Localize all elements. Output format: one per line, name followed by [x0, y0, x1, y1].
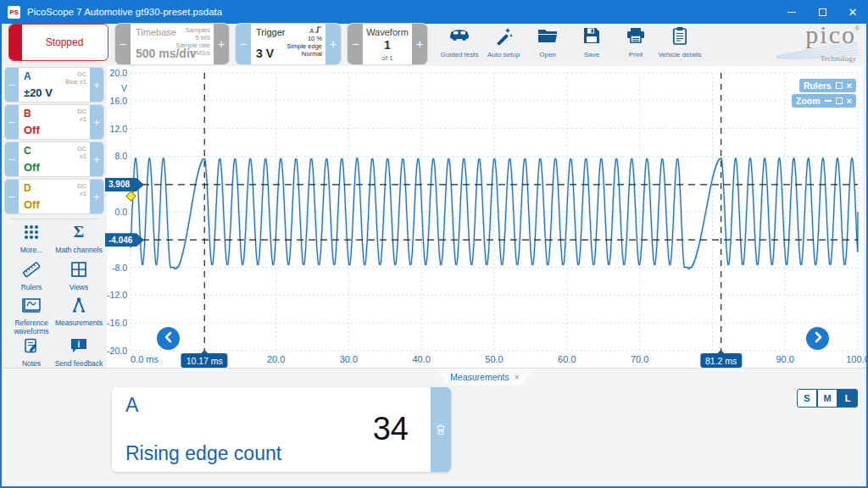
- window-title: PicoScope 7 Automotive gt930-preset.psda…: [27, 7, 776, 17]
- overlay-close-icon[interactable]: ×: [847, 80, 852, 91]
- sidebar-item-math-channels[interactable]: ΣMath channels: [53, 224, 105, 254]
- timebase-decrease-button[interactable]: −: [115, 24, 131, 64]
- panel-size-l-button[interactable]: L: [837, 389, 858, 408]
- calipers-icon: [53, 297, 105, 317]
- y-axis-tick: 20.0: [98, 68, 127, 78]
- x-axis-tick: 50.0: [485, 354, 503, 364]
- voltage-ruler-badge[interactable]: -4.046: [105, 233, 144, 247]
- views-icon: [53, 261, 105, 281]
- toolbar-actions: Guided testsAuto setupOpenSavePrintVehic…: [437, 24, 702, 64]
- timebase-increase-button[interactable]: +: [214, 24, 229, 64]
- y-axis-tick: -16.0: [98, 318, 127, 328]
- channel-range: Off: [24, 198, 40, 211]
- scope-chart[interactable]: 20.016.012.08.00.0-8.0-12.0-16.0-20.0V0.…: [107, 66, 863, 368]
- sidebar-item-rulers[interactable]: Rulers: [5, 261, 58, 291]
- pan-left-button[interactable]: [157, 327, 180, 350]
- trigger-increase-button[interactable]: +: [326, 24, 341, 64]
- printer-icon: [626, 24, 646, 48]
- channel-id: B: [24, 108, 31, 119]
- sidebar-item-views[interactable]: Views: [53, 261, 105, 291]
- minimize-button[interactable]: [776, 0, 807, 24]
- trigger-decrease-button[interactable]: −: [236, 24, 251, 64]
- sidebar-item-label: Measurements: [53, 319, 105, 327]
- action-label: Auto setup: [487, 51, 520, 58]
- overlay-maximize-icon[interactable]: [836, 82, 843, 89]
- y-axis-tick: -12.0: [98, 290, 127, 300]
- channel-D-decrease-button[interactable]: −: [5, 180, 19, 214]
- overlay-close-icon[interactable]: ×: [847, 96, 852, 106]
- x-axis-tick: 20.0: [267, 354, 285, 364]
- zoom-overlay-toggle[interactable]: Zoom×: [792, 94, 856, 108]
- app-window: PS PicoScope 7 Automotive gt930-preset.p…: [0, 0, 868, 488]
- tab-measurements[interactable]: Measurements ×: [436, 369, 534, 385]
- bottom-panel: Measurements × A Rising edge count 34 SM…: [2, 368, 866, 485]
- voltage-ruler-badge[interactable]: 3.908: [105, 178, 144, 191]
- sidebar-item-measurements[interactable]: Measurements: [53, 297, 105, 327]
- tab-close-icon[interactable]: ×: [515, 373, 520, 382]
- panel-size-m-button[interactable]: M: [817, 389, 837, 408]
- close-icon: ✕: [849, 6, 858, 19]
- sidebar-item-notes[interactable]: Notes: [5, 337, 58, 368]
- notes-icon: [5, 337, 58, 358]
- time-ruler-badge[interactable]: 10.17 ms: [181, 353, 228, 368]
- sidebar-item-send-feedback[interactable]: iSend feedback: [53, 337, 105, 368]
- sigma-icon: Σ: [53, 224, 105, 244]
- channel-B-increase-button[interactable]: +: [90, 105, 103, 139]
- waveform-next-button[interactable]: +: [412, 24, 427, 64]
- sidebar-item-more[interactable]: More...: [5, 224, 58, 254]
- action-label: Save: [584, 51, 599, 58]
- measurement-channel: A: [125, 394, 138, 417]
- channel-d-panel[interactable]: −DDCx1Off+: [5, 180, 103, 214]
- wand-icon: [493, 24, 514, 48]
- sidebar-item-label: Math channels: [53, 246, 105, 254]
- delete-measurement-button[interactable]: [431, 387, 451, 472]
- action-guided-tests[interactable]: Guided tests: [437, 24, 481, 64]
- channel-coupling: DCx1: [77, 182, 86, 197]
- sidebar-item-reference-waveforms[interactable]: Reference waveforms: [5, 297, 58, 336]
- trigger-value: 3 V: [256, 47, 274, 60]
- app-icon: PS: [8, 6, 20, 19]
- action-vehicle-details[interactable]: Vehicle details: [658, 24, 702, 64]
- channel-id: C: [24, 145, 31, 157]
- panel-size-s-button[interactable]: S: [797, 389, 817, 408]
- waveform-control: − Waveform 1 of 1 +: [348, 24, 427, 64]
- overlay-maximize-icon[interactable]: [836, 97, 843, 104]
- svg-text:Σ: Σ: [74, 224, 84, 241]
- action-label: Print: [629, 51, 643, 58]
- reference-waveform-icon: [5, 297, 58, 317]
- overlay-minimize-icon[interactable]: [825, 100, 832, 102]
- action-open[interactable]: Open: [526, 24, 570, 64]
- time-ruler-badge[interactable]: 81.2 ms: [700, 353, 742, 368]
- pico-logo: pico ® Technology: [773, 24, 858, 64]
- x-axis-tick: 60.0: [558, 354, 576, 364]
- channel-c-panel[interactable]: −CDCx1Off+: [5, 142, 103, 176]
- timebase-sample-info: Samples 5 MS Sample rate 1 MS/s: [176, 26, 210, 57]
- action-print[interactable]: Print: [614, 24, 658, 64]
- pan-right-button[interactable]: [806, 327, 829, 350]
- channel-A-decrease-button[interactable]: −: [5, 68, 19, 102]
- chevron-left-icon: [163, 331, 175, 347]
- y-axis-tick: 12.0: [98, 124, 127, 134]
- channel-C-decrease-button[interactable]: −: [5, 142, 19, 176]
- sidebar-item-label: Reference waveforms: [5, 319, 58, 336]
- maximize-icon: [819, 8, 826, 16]
- clipboard-icon: [671, 24, 688, 48]
- measurement-card[interactable]: A Rising edge count 34: [112, 387, 451, 472]
- action-save[interactable]: Save: [570, 24, 614, 64]
- chevron-right-icon: [812, 331, 824, 347]
- x-axis-tick: 0.0 ms: [131, 354, 159, 364]
- channel-B-decrease-button[interactable]: −: [5, 105, 19, 139]
- x-axis-tick: 100.0: [846, 354, 868, 364]
- action-auto-setup[interactable]: Auto setup: [481, 24, 526, 64]
- channel-a-panel[interactable]: −ADCBlue x1±20 V+: [5, 68, 103, 102]
- feedback-icon: i: [53, 337, 105, 358]
- sidebar-item-label: Views: [53, 283, 105, 291]
- save-icon: [582, 24, 601, 48]
- measurements-tab-label: Measurements: [450, 372, 509, 382]
- folder-icon: [537, 24, 559, 48]
- rulers-overlay-toggle[interactable]: Rulers×: [799, 79, 856, 92]
- sidebar-item-label: Send feedback: [53, 359, 105, 368]
- capture-stopped-button[interactable]: Stopped: [8, 24, 108, 61]
- channel-range: ±20 V: [24, 86, 53, 99]
- channel-b-panel[interactable]: −BDCx1Off+: [5, 105, 103, 139]
